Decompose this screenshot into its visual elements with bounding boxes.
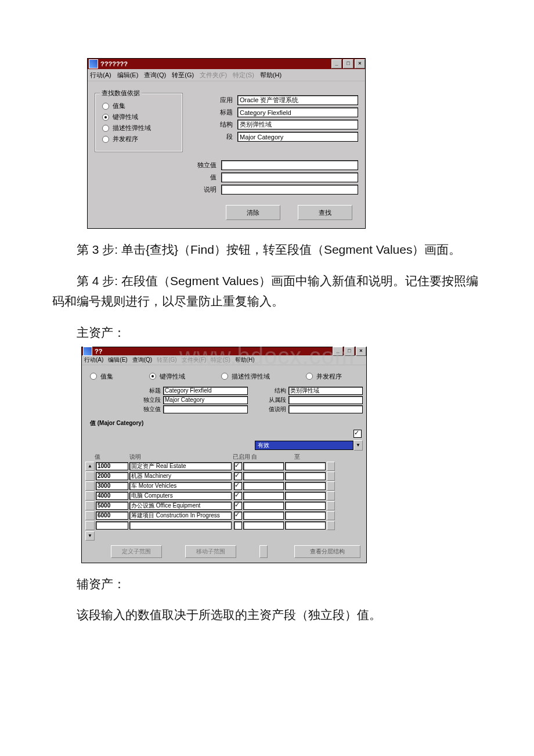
row-selector[interactable] <box>85 521 95 530</box>
find-values-window: ??????? _ □ × 行动(A) 编辑(E) 查询(Q) 转至(G) 文件… <box>87 58 366 229</box>
menu-query[interactable]: 查询(Q) <box>132 356 152 364</box>
view-hierarchy-button[interactable]: 查看分层结构 <box>294 545 360 558</box>
minimize-button[interactable]: _ <box>333 347 343 356</box>
seg-field[interactable]: Major Category <box>237 132 358 142</box>
value-cell[interactable]: 4000 <box>96 492 128 500</box>
w2-title-field[interactable]: Category Flexfield <box>163 387 248 395</box>
menu-query[interactable]: 查询(Q) <box>144 71 166 80</box>
radio-valueset[interactable]: 值集 <box>102 102 176 110</box>
valid-dropdown[interactable]: 有效 <box>255 441 353 450</box>
desc-cell[interactable]: 机器 Machinery <box>129 472 232 480</box>
menu-help[interactable]: 帮助(H) <box>260 71 282 80</box>
btn-label: 查看分层结构 <box>310 548 345 556</box>
menu-go[interactable]: 转至(G) <box>172 71 194 80</box>
title-value: Category Flexfield <box>240 109 291 116</box>
scroll-up-icon[interactable]: ▲ <box>85 462 95 471</box>
desc-cell[interactable]: 电脑 Computers <box>129 492 232 500</box>
define-subrange-button[interactable]: 定义子范围 <box>111 545 162 558</box>
value-cell[interactable]: 3000 <box>96 482 128 490</box>
maximize-button[interactable]: □ <box>344 347 355 356</box>
w2-indseg-label: 独立段 <box>88 396 163 404</box>
desc-cell[interactable]: 车 Motor Vehicles <box>129 482 232 490</box>
menu-edit[interactable]: 编辑(E) <box>108 356 127 364</box>
menu-edit[interactable]: 编辑(E) <box>117 71 139 80</box>
value-cell[interactable] <box>96 521 128 530</box>
from-cell[interactable] <box>243 512 284 520</box>
from-cell[interactable] <box>243 521 284 530</box>
to-cell[interactable] <box>285 472 326 480</box>
overall-valid-checkbox[interactable] <box>353 430 362 438</box>
from-cell[interactable] <box>243 482 284 490</box>
w2-struct-field[interactable]: 类别弹性域 <box>288 387 363 395</box>
enabled-checkbox[interactable] <box>234 472 242 480</box>
radio-keyflex[interactable]: 键弹性域 <box>102 113 176 121</box>
value-cell[interactable]: 5000 <box>96 502 128 510</box>
desc-cell[interactable]: 固定资产 Real Estate <box>129 462 232 470</box>
menu-help[interactable]: 帮助(H) <box>235 356 255 364</box>
from-cell[interactable] <box>243 502 284 510</box>
menu-action[interactable]: 行动(A) <box>84 356 103 364</box>
close-button[interactable]: × <box>355 59 365 69</box>
col-enabled: 已启用 <box>233 453 251 461</box>
enabled-checkbox[interactable] <box>234 462 242 470</box>
find-button[interactable]: 查找 <box>298 205 352 220</box>
menubar: 行动(A) 编辑(E) 查询(Q) 转至(G) 文件夹(F) 特定(S) 帮助(… <box>88 69 365 81</box>
desc-label: 说明 <box>95 185 221 194</box>
scroll-down-icon[interactable]: ▼ <box>85 531 95 541</box>
to-cell[interactable] <box>285 502 326 510</box>
radio-concprog[interactable]: 并发程序 <box>102 135 176 143</box>
radio-descflex[interactable]: 描述性弹性域 <box>102 124 176 132</box>
move-subrange-button[interactable]: 移动子范围 <box>185 545 236 558</box>
title-field[interactable]: Category Flexfield <box>237 107 358 117</box>
desc-cell[interactable]: 办公设施 Office Equipment <box>129 502 232 510</box>
row-selector[interactable] <box>85 511 95 520</box>
radio-descflex[interactable]: 描述性弹性域 <box>221 372 270 381</box>
radio-valueset[interactable]: 值集 <box>90 372 113 381</box>
close-button[interactable]: × <box>356 347 366 356</box>
row-end <box>327 521 335 530</box>
app-field[interactable]: Oracle 资产管理系统 <box>237 95 358 105</box>
to-cell[interactable] <box>285 512 326 520</box>
radio-concprog[interactable]: 并发程序 <box>306 372 342 381</box>
minimize-button[interactable]: _ <box>331 59 342 69</box>
clear-button[interactable]: 清除 <box>226 205 280 220</box>
menu-folder: 文件夹(F) <box>200 71 227 80</box>
w2-indval-field[interactable] <box>163 405 248 413</box>
find-label: 查找 <box>319 208 331 217</box>
value-cell[interactable]: 2000 <box>96 472 128 480</box>
value-cell[interactable]: 1000 <box>96 462 128 470</box>
enabled-checkbox[interactable] <box>234 521 242 530</box>
indep-field[interactable] <box>221 160 358 170</box>
to-cell[interactable] <box>285 462 326 470</box>
enabled-checkbox[interactable] <box>234 502 242 510</box>
w2-dep-field[interactable] <box>288 396 363 404</box>
value-cell[interactable]: 6000 <box>96 512 128 520</box>
w2-valdesc-field[interactable] <box>288 405 363 413</box>
row-selector[interactable] <box>85 481 95 491</box>
maximize-button[interactable]: □ <box>343 59 353 69</box>
enabled-checkbox[interactable] <box>234 482 242 490</box>
menu-action[interactable]: 行动(A) <box>90 71 111 80</box>
struct-field[interactable]: 类别弹性域 <box>237 120 358 129</box>
row-selector[interactable] <box>85 471 95 481</box>
to-cell[interactable] <box>285 492 326 500</box>
from-cell[interactable] <box>243 492 284 500</box>
value-field[interactable] <box>221 172 358 182</box>
radio-icon <box>102 125 109 132</box>
radio-keyflex[interactable]: 键弹性域 <box>149 372 185 381</box>
row-selector[interactable] <box>85 491 95 501</box>
enabled-checkbox[interactable] <box>234 492 242 500</box>
to-cell[interactable] <box>285 482 326 490</box>
desc-cell[interactable] <box>129 521 232 530</box>
desc-field[interactable] <box>221 185 358 195</box>
w2-valdesc-label: 值说明 <box>250 405 288 413</box>
w2-indseg-field[interactable]: Major Category <box>163 396 248 404</box>
enabled-checkbox[interactable] <box>234 512 242 520</box>
from-cell[interactable] <box>243 472 284 480</box>
desc-cell[interactable]: 筹建项目 Construction In Progress <box>129 512 232 520</box>
to-cell[interactable] <box>285 521 326 530</box>
col-from: 自 <box>251 453 294 461</box>
from-cell[interactable] <box>243 462 284 470</box>
row-selector[interactable] <box>85 501 95 510</box>
chevron-down-icon[interactable]: ▼ <box>353 440 363 451</box>
